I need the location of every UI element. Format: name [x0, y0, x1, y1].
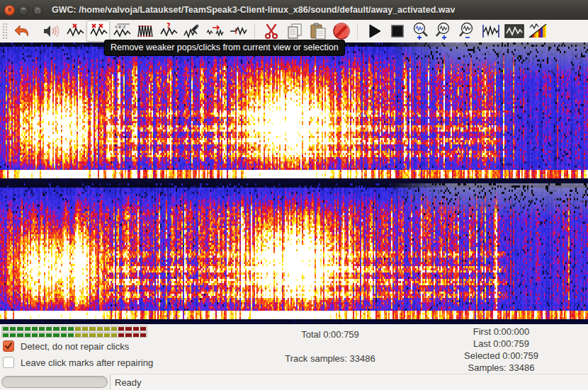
selected-time: Selected 0:00:759: [443, 350, 560, 362]
cancel-operation-button[interactable]: [329, 21, 353, 42]
bottom-panel: Detect, do not repair clicks Leave click…: [0, 324, 588, 374]
undo-icon: [13, 23, 31, 40]
meter-segment: [118, 327, 124, 331]
meter-segment: [140, 333, 146, 337]
meter-segment: [17, 327, 23, 331]
undo-button[interactable]: [10, 21, 33, 42]
remove-single-click-button[interactable]: [63, 21, 86, 42]
level-meter-left: [1, 326, 147, 331]
paste-button[interactable]: [306, 21, 329, 42]
zoom-select-button[interactable]: [432, 21, 456, 42]
meter-segment: [104, 333, 110, 337]
titlebar[interactable]: × − ▢ GWC: /home/valvoja/Lataukset/TeamS…: [0, 0, 588, 20]
spectrogram-area: Remove weaker pops/clicks from current v…: [0, 42, 588, 324]
meter-segment: [68, 327, 74, 331]
meter-segment: [68, 333, 74, 337]
meter-segment: [111, 327, 117, 331]
scissors-icon: [262, 22, 281, 40]
spectrogram-channel-right[interactable]: [0, 183, 588, 324]
detect-only-checkbox[interactable]: [3, 340, 14, 352]
maximize-icon: ▢: [35, 8, 40, 13]
zoom-in-button[interactable]: [409, 21, 432, 42]
meter-segment: [61, 333, 67, 337]
toolbar-separator: [357, 23, 358, 39]
toolbar-drag-handle[interactable]: [1, 22, 7, 40]
play-button[interactable]: [362, 21, 385, 42]
meter-segment: [3, 327, 9, 331]
meter-segment: [25, 327, 30, 331]
close-icon: ×: [8, 6, 12, 13]
meter-segment: [111, 333, 117, 337]
leave-marks-checkbox[interactable]: [3, 357, 14, 368]
status-section: Ready: [110, 374, 588, 390]
meter-segment: [32, 333, 38, 337]
meter-segment: [46, 327, 52, 331]
stop-icon: [388, 22, 407, 40]
meter-segment: [75, 333, 81, 337]
zoom-in-icon: [411, 21, 431, 41]
selected-samples: Samples: 33486: [443, 362, 560, 374]
meter-segment: [46, 333, 52, 337]
meter-segment: [10, 333, 16, 337]
maximize-button[interactable]: ▢: [33, 5, 43, 16]
minimize-button[interactable]: −: [18, 5, 29, 16]
silence-icon: [229, 23, 249, 40]
window-controls: × − ▢: [4, 5, 43, 16]
view-all-button[interactable]: [479, 21, 502, 42]
window-title: GWC: /home/valvoja/Lataukset/TeamSpeak3-…: [52, 5, 455, 15]
copy-button[interactable]: [283, 21, 306, 42]
progress-bar: [1, 376, 108, 388]
statusbar: Ready: [0, 374, 588, 390]
checkmark-icon: [4, 342, 13, 350]
copy-icon: [285, 22, 304, 40]
declick-one-icon: [66, 23, 84, 40]
meter-segment: [82, 333, 88, 337]
spectral-view-button[interactable]: [526, 21, 549, 42]
meter-segment: [82, 327, 88, 331]
meter-segment: [75, 327, 81, 331]
meter-segment: [10, 327, 16, 331]
leave-marks-row: Leave click marks after repairing: [3, 357, 153, 368]
stop-button[interactable]: [385, 21, 409, 42]
meter-segment: [89, 333, 95, 337]
manual-edit-sample-button[interactable]: [180, 21, 203, 42]
view-all-icon: [481, 22, 501, 40]
meter-segment: [104, 327, 110, 331]
paste-icon: [309, 22, 327, 40]
amplify-button[interactable]: [203, 21, 227, 42]
pen-sample-icon: [183, 23, 201, 40]
remove-marked-clicks-button[interactable]: [133, 21, 157, 42]
track-samples: Track samples: 33486: [266, 353, 395, 364]
zoom-out-icon: [458, 21, 477, 41]
declick-weak-icon: [89, 23, 108, 40]
meter-segment: [53, 333, 59, 337]
meter-segment: [61, 327, 67, 331]
speaker-icon: [42, 23, 62, 40]
remove-weak-clicks-button[interactable]: [86, 21, 110, 42]
play-audio-button[interactable]: [40, 21, 63, 42]
close-button[interactable]: ×: [4, 5, 15, 16]
selection-info: First 0:00:000 Last 0:00:759 Selected 0:…: [443, 326, 560, 374]
declick-dense-icon: [136, 23, 154, 40]
meter-segment: [97, 327, 103, 331]
silence-selection-button[interactable]: [227, 21, 250, 42]
zoom-select-icon: [434, 21, 454, 41]
denoise-button[interactable]: √x·z: [110, 21, 133, 42]
zoom-out-button[interactable]: [456, 21, 479, 42]
svg-text:?: ?: [166, 23, 171, 30]
meter-segment: [25, 333, 30, 337]
detect-clicks-button[interactable]: ?: [157, 21, 180, 42]
meter-segment: [89, 327, 95, 331]
meter-segment: [53, 327, 59, 331]
amplify-icon: [205, 23, 225, 40]
spectrogram-channel-left[interactable]: [0, 42, 588, 183]
cut-button[interactable]: [259, 21, 283, 42]
meter-segment: [140, 327, 146, 331]
first-time: First 0:00:000: [443, 326, 560, 338]
meter-segment: [133, 333, 139, 337]
meter-segment: [125, 333, 131, 337]
waveform-view-button[interactable]: [502, 21, 526, 42]
wave-box-icon: [504, 22, 525, 40]
meter-segment: [3, 333, 9, 337]
meter-segment: [118, 333, 124, 337]
